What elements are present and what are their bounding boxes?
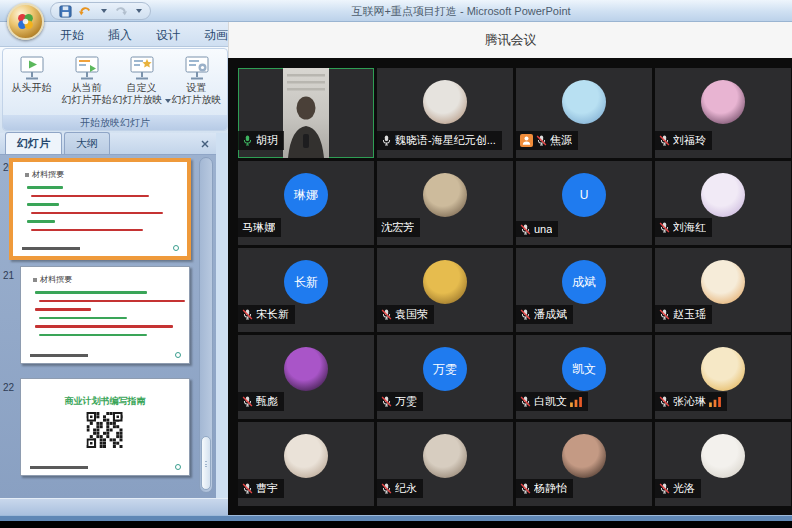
slide-number: 21	[3, 270, 14, 281]
slide-text-line	[39, 300, 185, 303]
slide-thumbnail-20[interactable]: 材料撰要	[9, 158, 191, 260]
ribbon-button-label: 从头开始	[12, 82, 52, 94]
participant-label: 甄彪	[238, 392, 284, 411]
mic-muted-icon	[659, 309, 670, 320]
mic-muted-icon	[520, 396, 531, 407]
custom-slideshow-button[interactable]: 自定义幻灯片放映	[114, 52, 169, 106]
avatar: U	[562, 173, 606, 217]
participant-tile[interactable]: 张沁琳	[655, 335, 791, 419]
participant-tile[interactable]: 曹宇	[238, 422, 374, 506]
mic-muted-icon	[381, 396, 392, 407]
meeting-title: 腾讯会议	[485, 31, 537, 49]
participant-tile[interactable]: 刘海红	[655, 161, 791, 245]
participant-tile[interactable]: 胡玥	[238, 68, 374, 158]
participant-name: 胡玥	[256, 133, 278, 148]
avatar: 成斌	[562, 260, 606, 304]
setup-slideshow-button[interactable]: 设置幻灯片放映	[169, 52, 224, 106]
ribbon-group-start-slideshow: 从头开始从当前幻灯片开始自定义幻灯片放映设置幻灯片放映 开始放映幻灯片	[2, 48, 228, 131]
participant-tile[interactable]: 纪永	[377, 422, 513, 506]
ribbon-tab-1[interactable]: 插入	[96, 22, 144, 46]
meeting-titlebar[interactable]: 腾讯会议	[228, 22, 792, 58]
mic-muted-icon	[659, 483, 670, 494]
undo-dropdown-icon[interactable]	[101, 9, 107, 13]
slide-text-line	[27, 203, 59, 206]
participant-label: 潘成斌	[516, 305, 573, 324]
participant-name: 白凯文	[534, 394, 567, 409]
slide-footer-logo	[175, 464, 181, 470]
participant-tile[interactable]: 魏晓语-海星纪元创...	[377, 68, 513, 158]
panel-scrollbar[interactable]	[199, 157, 213, 493]
slide-footer-text	[30, 354, 88, 358]
slide-text-line	[35, 308, 91, 311]
participant-tile[interactable]: 万雯万雯	[377, 335, 513, 419]
slide-text-line	[27, 220, 55, 223]
current-slideshow-icon	[73, 54, 101, 82]
participant-name: 赵玉瑶	[673, 307, 706, 322]
participant-tile[interactable]: 杨静怡	[516, 422, 652, 506]
slide-thumbnail-22[interactable]: 商业计划书编写指南	[20, 378, 190, 476]
save-icon[interactable]	[59, 5, 72, 18]
ribbon-button-label: 从当前幻灯片开始	[62, 82, 112, 106]
tab-slides[interactable]: 幻灯片	[5, 132, 62, 154]
quick-access-toolbar	[50, 2, 151, 20]
from-beginning-button[interactable]: 从头开始	[4, 52, 59, 106]
qat-customize-icon[interactable]	[136, 9, 142, 13]
participant-name: 袁国荣	[395, 307, 428, 322]
participant-label: 宋长新	[238, 305, 295, 324]
participant-name: 甄彪	[256, 394, 278, 409]
mic-muted-icon	[520, 483, 531, 494]
participant-label: 胡玥	[238, 131, 284, 150]
participant-label: 魏晓语-海星纪元创...	[377, 131, 502, 150]
participant-name: 焦源	[550, 133, 572, 148]
from-current-slide-button[interactable]: 从当前幻灯片开始	[59, 52, 114, 106]
participant-tile[interactable]: 琳娜马琳娜	[238, 161, 374, 245]
mic-muted-icon	[520, 309, 531, 320]
participant-tile[interactable]: Uuna	[516, 161, 652, 245]
participant-video	[283, 68, 329, 158]
powerpoint-titlebar[interactable]: 互联网+重点项目打造 - Microsoft PowerPoint	[0, 0, 792, 22]
slide-text-line	[31, 229, 143, 232]
network-signal-icon	[709, 397, 721, 407]
mic-on-icon	[381, 135, 392, 146]
participant-tile[interactable]: 沈宏芳	[377, 161, 513, 245]
participant-tile[interactable]: 刘福玲	[655, 68, 791, 158]
participant-tile[interactable]: 成斌潘成斌	[516, 248, 652, 332]
tab-outline[interactable]: 大纲	[64, 132, 110, 154]
scrollbar-thumb[interactable]	[201, 436, 211, 490]
screen-bottom-strip	[0, 521, 792, 528]
slide-text-line	[27, 186, 63, 189]
ribbon-button-label: 自定义幻灯片放映	[113, 82, 171, 106]
participant-tile[interactable]: 袁国荣	[377, 248, 513, 332]
slide-thumbnails-panel: 20材料撰要21材料撰要22商业计划书编写指南	[0, 155, 216, 498]
participant-tile[interactable]: 长新宋长新	[238, 248, 374, 332]
mic-muted-icon	[381, 309, 392, 320]
ribbon-tab-0[interactable]: 开始	[48, 22, 96, 46]
slide-thumbnail-21[interactable]: 材料撰要	[20, 266, 190, 364]
ribbon-tab-2[interactable]: 设计	[144, 22, 192, 46]
screen: 互联网+重点项目打造 - Microsoft PowerPoint 开始插	[0, 0, 792, 528]
participant-tile[interactable]: 甄彪	[238, 335, 374, 419]
close-icon[interactable]	[201, 140, 209, 148]
office-button[interactable]	[7, 3, 44, 40]
redo-icon[interactable]	[113, 5, 128, 17]
avatar: 长新	[284, 260, 328, 304]
participant-tile[interactable]: 焦源	[516, 68, 652, 158]
participant-tile[interactable]: 凯文白凯文	[516, 335, 652, 419]
avatar	[562, 80, 606, 124]
participant-name: 张沁琳	[673, 394, 706, 409]
mic-on-icon	[242, 135, 253, 146]
powerpoint-window-title: 互联网+重点项目打造 - Microsoft PowerPoint	[130, 4, 792, 19]
slide-footer-logo	[175, 352, 181, 358]
avatar: 琳娜	[284, 173, 328, 217]
avatar	[284, 347, 328, 391]
slide-number: 22	[3, 382, 14, 393]
panel-splitter[interactable]	[216, 133, 228, 498]
undo-icon[interactable]	[78, 5, 93, 17]
avatar	[701, 173, 745, 217]
participant-label: 袁国荣	[377, 305, 434, 324]
participant-tile[interactable]: 赵玉瑶	[655, 248, 791, 332]
participant-name: 杨静怡	[534, 481, 567, 496]
participant-tile[interactable]: 光洛	[655, 422, 791, 506]
mic-muted-icon	[536, 135, 547, 146]
participant-name: 马琳娜	[242, 220, 275, 235]
